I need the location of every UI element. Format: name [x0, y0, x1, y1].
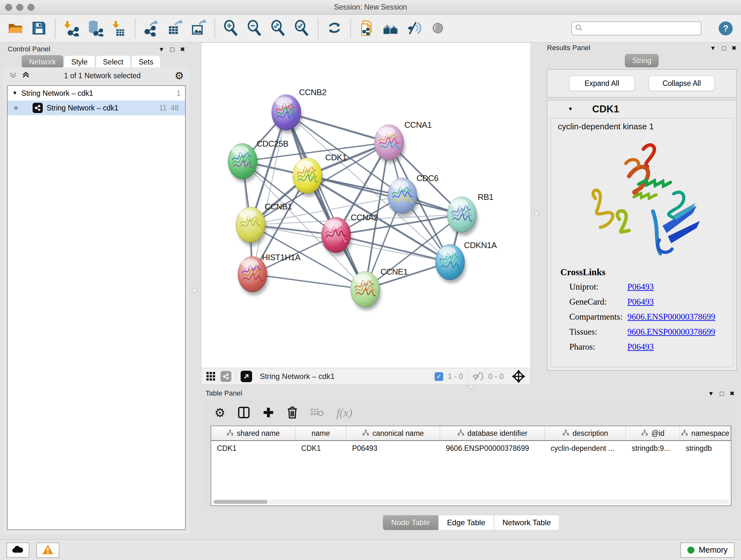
panel-float-icon[interactable]: ▼ [710, 45, 716, 51]
column-header--id[interactable]: @id [626, 426, 680, 440]
scrollbar-thumb[interactable] [214, 500, 267, 504]
table-cell[interactable]: CDK1 [295, 441, 346, 455]
zoom-out-button[interactable] [245, 17, 264, 40]
hide-selected-button[interactable] [405, 17, 424, 40]
network-node-HIST1H1A[interactable]: HIST1H1A [238, 253, 300, 295]
network-edge-CCNB2-CCNE1[interactable] [286, 112, 365, 289]
collection-caret-icon[interactable]: ▼ [12, 90, 17, 97]
network-edge-CDK1-RB1[interactable] [307, 176, 462, 214]
tab-node-table[interactable]: Node Table [383, 515, 439, 530]
network-row[interactable]: String Network – cdk1 11 48 [8, 101, 185, 115]
expand-all-networks-icon[interactable] [22, 71, 30, 80]
tab-edge-table[interactable]: Edge Table [439, 515, 494, 530]
network-node-CCNA2[interactable]: CCNA2 [321, 212, 378, 256]
tab-style[interactable]: Style [64, 55, 95, 69]
table-cell[interactable]: CDK1 [211, 441, 295, 455]
apply-layout-button[interactable] [325, 17, 344, 40]
zoom-in-button[interactable] [221, 17, 241, 40]
search-input[interactable] [585, 24, 697, 33]
column-header-canonical-name[interactable]: canonical name [346, 426, 440, 440]
network-canvas[interactable]: CCNB2CCNA1CDC25BCDK1CDC6RB1CCNB1CCNA2CDK… [201, 43, 530, 368]
panel-maximize-icon[interactable]: □ [720, 390, 724, 397]
minimize-window-button[interactable] [16, 4, 23, 11]
tab-sets[interactable]: Sets [131, 55, 160, 69]
network-edge-HIST1H1A-CCNE1[interactable] [253, 274, 365, 289]
panel-float-icon[interactable]: ▼ [708, 390, 714, 396]
grid-view-icon[interactable] [206, 371, 216, 381]
delete-column-button[interactable] [286, 406, 298, 420]
network-node-RB1[interactable]: RB1 [447, 192, 493, 236]
crosslink-link[interactable]: 9606.ENSP00000378699 [627, 327, 715, 337]
horizontal-scrollbar[interactable] [212, 499, 730, 504]
table-cell[interactable]: stringdb:9... [626, 441, 680, 455]
column-header-shared-name[interactable]: shared name [211, 426, 295, 440]
show-all-button[interactable] [428, 17, 448, 40]
panel-float-icon[interactable]: ▼ [158, 46, 165, 52]
column-header-name[interactable]: name [295, 426, 346, 440]
delete-table-button[interactable] [310, 408, 324, 419]
right-splitter[interactable] [531, 43, 542, 385]
create-column-button[interactable] [262, 407, 274, 420]
table-row[interactable]: CDK1CDK1P064939606.ENSP00000378699cyclin… [211, 441, 731, 455]
tab-string[interactable]: String [625, 54, 659, 67]
column-header-description[interactable]: description [545, 426, 626, 440]
left-splitter-handle[interactable] [192, 288, 197, 293]
bottom-splitter[interactable] [201, 385, 741, 388]
import-network-file-button[interactable] [62, 17, 81, 40]
export-image-button[interactable] [189, 17, 208, 40]
right-splitter-handle[interactable] [534, 211, 539, 216]
memory-button[interactable]: Memory [680, 543, 735, 558]
first-neighbors-button[interactable] [381, 17, 400, 40]
crosslink-link[interactable]: 9606.ENSP00000378699 [627, 312, 715, 322]
crosslink-link[interactable]: P06493 [627, 342, 654, 352]
open-session-button[interactable] [6, 17, 25, 40]
entry-header[interactable]: ▼ CDK1 [547, 100, 736, 118]
network-collection-row[interactable]: ▼ String Network – cdk1 1 [8, 86, 185, 101]
left-splitter[interactable] [190, 43, 201, 385]
save-session-button[interactable] [29, 17, 49, 40]
network-options-gear-icon[interactable]: ⚙ [175, 71, 184, 81]
expand-all-button[interactable]: Expand All [569, 76, 635, 91]
tab-network[interactable]: Network [22, 55, 63, 69]
import-network-database-button[interactable] [85, 17, 105, 40]
birds-eye-view-button[interactable] [511, 369, 526, 384]
panel-maximize-icon[interactable]: □ [170, 46, 174, 53]
network-node-CCNB1[interactable]: CCNB1 [236, 202, 292, 246]
network-view-icon[interactable] [220, 371, 231, 382]
column-header-namespace[interactable]: namespace [680, 426, 731, 440]
zoom-selected-button[interactable] [292, 17, 312, 40]
panel-close-icon[interactable]: ✖ [180, 46, 185, 52]
table-cell[interactable]: P06493 [346, 441, 440, 455]
crosslink-link[interactable]: P06493 [627, 282, 654, 292]
show-columns-button[interactable] [238, 406, 250, 420]
apply-function-button[interactable]: f(x) [336, 406, 352, 420]
cloud-status-button[interactable] [6, 543, 29, 558]
collapse-all-button[interactable]: Collapse All [649, 76, 715, 91]
warnings-button[interactable] [37, 543, 59, 558]
table-cell[interactable]: cyclin-dependent ... [545, 441, 626, 455]
tab-network-table[interactable]: Network Table [494, 515, 560, 530]
network-node-CCNB2[interactable]: CCNB2 [272, 87, 327, 133]
detach-view-button[interactable] [241, 371, 252, 382]
zoom-window-button[interactable] [27, 4, 35, 11]
column-header-database-identifier[interactable]: database identifier [440, 426, 545, 440]
table-options-gear-button[interactable]: ⚙ [214, 407, 225, 419]
selected-checkbox-icon[interactable]: ✓ [434, 372, 443, 381]
panel-close-icon[interactable]: ✖ [730, 390, 735, 396]
crosslink-link[interactable]: P06493 [627, 297, 654, 307]
collapse-all-networks-icon[interactable] [9, 71, 17, 80]
export-network-button[interactable] [142, 17, 161, 40]
zoom-fit-button[interactable] [269, 17, 288, 40]
entry-caret-icon[interactable]: ▼ [568, 106, 573, 112]
table-cell[interactable]: stringdb [680, 441, 731, 455]
network-node-CDKN1A[interactable]: CDKN1A [435, 240, 497, 283]
table-cell[interactable]: 9606.ENSP00000378699 [440, 441, 545, 455]
network-node-CCNE1[interactable]: CCNE1 [350, 267, 408, 310]
help-button[interactable]: ? [719, 21, 733, 36]
network-node-CDC25B[interactable]: CDC25B [228, 139, 288, 182]
panel-maximize-icon[interactable]: □ [722, 45, 726, 51]
string-import-button[interactable] [357, 17, 377, 40]
network-edge-CCNB2-HIST1H1A[interactable] [253, 112, 286, 274]
network-node-CDC6[interactable]: CDC6 [388, 173, 439, 217]
panel-close-icon[interactable]: ✖ [731, 45, 737, 51]
